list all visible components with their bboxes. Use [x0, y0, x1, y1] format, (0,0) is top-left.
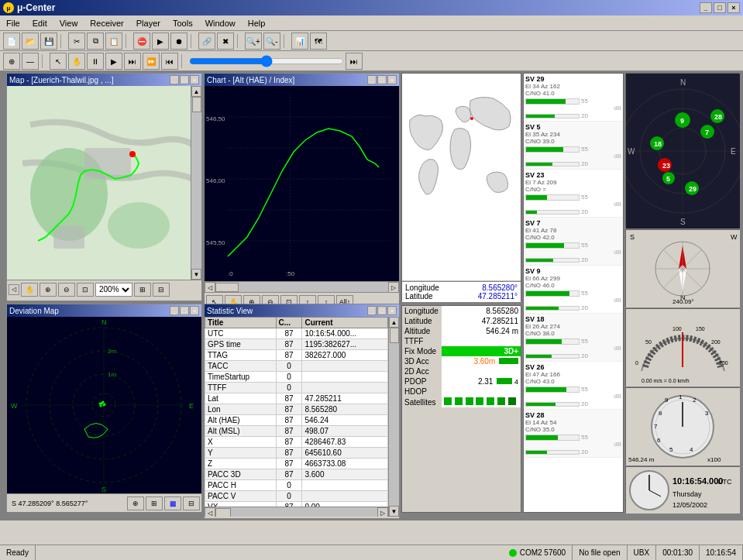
app-title: μ-Center	[17, 2, 55, 13]
zoom-in-button[interactable]: 🔍+	[245, 33, 262, 50]
minimize-button[interactable]: _	[700, 2, 712, 13]
svg-text:W: W	[628, 147, 635, 156]
stop-button[interactable]: ⛔	[133, 33, 150, 50]
stat-v-thumb[interactable]	[390, 328, 399, 343]
titlebar-buttons[interactable]: _ □ ×	[700, 2, 740, 13]
menu-file[interactable]: File	[3, 15, 23, 30]
tb2-btn9[interactable]: ⏮	[161, 53, 178, 70]
dev-min[interactable]: _	[170, 306, 179, 315]
svg-text:E: E	[731, 147, 736, 156]
tb2-btn5[interactable]: ⏸	[87, 53, 104, 70]
maximize-button[interactable]: □	[714, 2, 726, 13]
map-tb-zoom[interactable]: ⊕	[40, 283, 57, 297]
chart-min[interactable]: _	[367, 75, 377, 84]
map-tb-center[interactable]: ⊞	[134, 283, 151, 297]
lat-label: Latitude	[405, 292, 433, 301]
map-tb-prev[interactable]: ◁	[9, 284, 19, 295]
menu-receiver[interactable]: Receiver	[87, 15, 126, 30]
chart-content: 546,50 546,00 545,50 :0 :50	[205, 86, 399, 281]
map-tb-track[interactable]: ⊟	[153, 283, 170, 297]
pdop-num: 4	[514, 378, 518, 386]
toolbar2: ⊕ — ↖ ✋ ⏸ ▶ ⏭ ⏩ ⏮ ⏭	[0, 51, 743, 71]
tb2-btn6[interactable]: ▶	[105, 53, 122, 70]
map-scroll-up[interactable]: ▲	[191, 86, 201, 97]
tb2-btn2[interactable]: —	[22, 53, 39, 70]
stat-min[interactable]: _	[367, 306, 377, 315]
stat-max[interactable]: □	[377, 306, 387, 315]
menu-view[interactable]: View	[57, 15, 81, 30]
chart-close[interactable]: ×	[387, 75, 397, 84]
stat-v-track	[389, 328, 399, 506]
info-pdop-label: PDOP	[402, 376, 442, 387]
chart-scroll-left[interactable]: ◁	[205, 282, 215, 293]
chart-max[interactable]: □	[377, 75, 387, 84]
close-button[interactable]: ×	[728, 2, 740, 13]
svg-text:546,00: 546,00	[206, 177, 225, 184]
svg-text:S: S	[101, 486, 106, 493]
svg-point-107	[101, 402, 104, 404]
chart-scroll-right[interactable]: ▷	[388, 282, 399, 293]
menu-window[interactable]: Window	[202, 15, 239, 30]
new-button[interactable]: 📄	[3, 33, 20, 50]
tb2-btn1[interactable]: ⊕	[3, 53, 20, 70]
dev-grid[interactable]: ⊟	[183, 496, 200, 510]
info-lon-val: 8.565280	[442, 306, 521, 316]
save-button[interactable]: 💾	[40, 33, 57, 50]
map-tb-zoom-out[interactable]: ⊖	[58, 283, 75, 297]
tb2-btn3[interactable]: ↖	[50, 53, 67, 70]
stat-h-thumb[interactable]	[215, 508, 231, 517]
map-min[interactable]: _	[170, 75, 179, 84]
map-btns[interactable]: _ □ ×	[170, 75, 199, 84]
stat-scroll-right[interactable]: ▷	[377, 507, 388, 517]
play-button[interactable]: ▶	[152, 33, 169, 50]
menu-help[interactable]: Help	[245, 15, 269, 30]
map-zoom-select[interactable]: 200%	[95, 283, 132, 297]
chart-scroll-thumb[interactable]	[215, 283, 239, 292]
dev-close[interactable]: ×	[190, 306, 199, 315]
copy-button[interactable]: ⧉	[87, 33, 104, 50]
map-tb-hand[interactable]: ✋	[21, 283, 38, 297]
map-button[interactable]: 🗺	[310, 33, 327, 50]
stat-close[interactable]: ×	[387, 306, 397, 315]
tb2-btn8[interactable]: ⏩	[143, 53, 160, 70]
map-tb-fit[interactable]: ⊡	[77, 283, 94, 297]
dev-center[interactable]: ⊞	[146, 496, 163, 510]
record-button[interactable]: ⏺	[170, 33, 187, 50]
dev-goto[interactable]: ⊕	[127, 496, 144, 510]
map-scroll-thumb[interactable]	[192, 97, 201, 112]
map-scroll-down[interactable]: ▼	[191, 269, 201, 280]
menu-edit[interactable]: Edit	[29, 15, 50, 30]
stat-scroll-down[interactable]: ▼	[389, 506, 399, 517]
svg-text:5: 5	[669, 446, 673, 453]
zoom-out-button[interactable]: 🔍-	[263, 33, 280, 50]
playback-slider[interactable]	[189, 55, 344, 67]
chart-panel: Chart - [Alt (HAE) / Index] _ □ × 546,50…	[204, 73, 400, 301]
info-row-3dacc: 3D Acc 3.60m	[402, 356, 521, 366]
tb2-btn4[interactable]: ✋	[68, 53, 85, 70]
menu-player[interactable]: Player	[133, 15, 163, 30]
menubar: File Edit View Receiver Player Tools Win…	[0, 15, 743, 31]
open-button[interactable]: 📂	[22, 33, 39, 50]
svg-text::0: :0	[228, 270, 233, 277]
chart-button[interactable]: 📊	[291, 33, 308, 50]
dev-max[interactable]: □	[180, 306, 189, 315]
cut-button[interactable]: ✂	[68, 33, 85, 50]
dev-btns[interactable]: _ □ ×	[170, 306, 199, 315]
tb2-btn7[interactable]: ⏭	[124, 53, 141, 70]
chart-btns[interactable]: _ □ ×	[367, 75, 397, 84]
paste-button[interactable]: 📋	[105, 33, 122, 50]
map-max[interactable]: □	[180, 75, 189, 84]
stat-scroll-left[interactable]: ◁	[205, 507, 215, 517]
connect-button[interactable]: 🔗	[198, 33, 215, 50]
info-alt-label: Altitude	[402, 326, 442, 336]
map-close[interactable]: ×	[190, 75, 199, 84]
stat-btns[interactable]: _ □ ×	[367, 306, 397, 315]
disconnect-button[interactable]: ✖	[217, 33, 234, 50]
svg-text:N: N	[680, 78, 686, 87]
dev-toolbar: S 47.285209° 8.565277° ⊕ ⊞ ▩ ⊟	[7, 493, 201, 512]
tb2-fwd[interactable]: ⏭	[346, 53, 363, 70]
info-row-lon: Longitude 8.565280	[402, 306, 521, 316]
stat-scroll-up[interactable]: ▲	[389, 317, 399, 328]
menu-tools[interactable]: Tools	[170, 15, 196, 30]
dev-blue-btn[interactable]: ▩	[164, 496, 181, 510]
